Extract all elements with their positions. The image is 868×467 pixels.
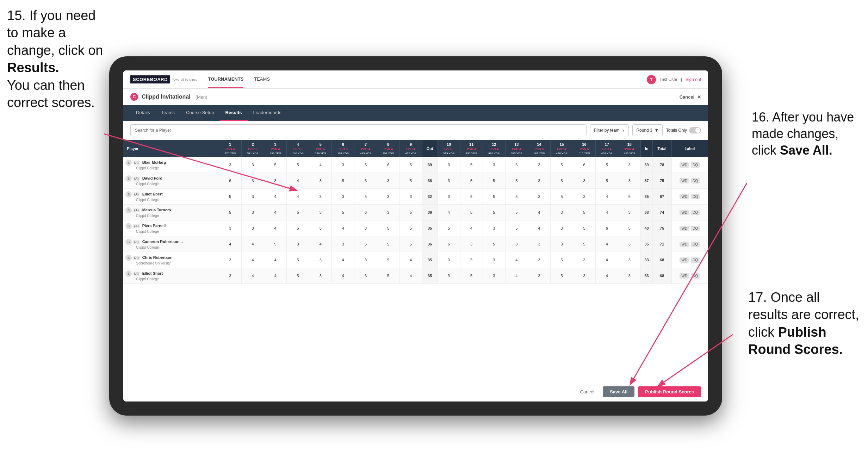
score-18[interactable]: 6 [618, 189, 641, 205]
score-6[interactable]: 4 [332, 268, 354, 284]
score-6[interactable]: 4 [332, 252, 354, 268]
score-3[interactable]: 4 [264, 189, 287, 205]
score-12[interactable]: 5 [483, 205, 505, 220]
score-17[interactable]: 5 [596, 173, 618, 189]
score-1[interactable]: 6 [219, 173, 241, 189]
wd-button[interactable]: WD [680, 242, 689, 247]
score-5[interactable]: 5 [309, 220, 332, 236]
score-3[interactable]: 5 [264, 157, 287, 173]
score-9[interactable]: 5 [399, 205, 422, 220]
tab-teams[interactable]: Teams [156, 105, 180, 121]
score-11[interactable]: 5 [460, 189, 483, 205]
score-14[interactable]: 3 [528, 252, 550, 268]
score-16[interactable]: 5 [573, 236, 596, 252]
score-7[interactable]: 6 [354, 205, 377, 220]
player-score-icon[interactable]: S [125, 191, 132, 198]
score-1[interactable]: 5 [219, 205, 241, 220]
score-8[interactable]: 3 [377, 173, 399, 189]
score-8[interactable]: 6 [377, 157, 399, 173]
score-3[interactable]: 3 [264, 173, 287, 189]
score-7[interactable]: 3 [354, 252, 377, 268]
score-14[interactable]: 3 [528, 236, 550, 252]
sign-out-link[interactable]: Sign out [686, 77, 701, 82]
score-8[interactable]: 3 [377, 189, 399, 205]
score-15[interactable]: 5 [550, 173, 573, 189]
score-1[interactable]: 3 [219, 220, 241, 236]
score-18[interactable]: 3 [618, 205, 641, 220]
score-12[interactable]: 3 [483, 157, 505, 173]
score-4[interactable]: 5 [287, 205, 309, 220]
score-7[interactable]: 3 [354, 268, 377, 284]
player-score-icon[interactable]: S [125, 239, 132, 245]
wd-button[interactable]: WD [680, 194, 689, 199]
score-11[interactable]: 5 [460, 173, 483, 189]
score-15[interactable]: 5 [550, 157, 573, 173]
score-4[interactable]: 4 [287, 189, 309, 205]
score-3[interactable]: 4 [264, 205, 287, 220]
dq-button[interactable]: DQ [691, 273, 700, 279]
score-17[interactable]: 4 [596, 189, 618, 205]
score-4[interactable]: 5 [287, 220, 309, 236]
wd-button[interactable]: WD [680, 210, 689, 215]
score-2[interactable]: 4 [241, 252, 264, 268]
score-2[interactable]: 3 [241, 189, 264, 205]
score-11[interactable]: 3 [460, 236, 483, 252]
score-2[interactable]: 4 [241, 236, 264, 252]
cancel-button[interactable]: Cancel [575, 386, 599, 397]
wd-button[interactable]: WD [680, 226, 689, 231]
score-9[interactable]: 5 [399, 220, 422, 236]
player-score-icon[interactable]: S [125, 223, 132, 229]
score-2[interactable]: 3 [241, 173, 264, 189]
score-12[interactable]: 3 [483, 252, 505, 268]
score-14[interactable]: 3 [528, 173, 550, 189]
dq-button[interactable]: DQ [691, 226, 700, 231]
dq-button[interactable]: DQ [691, 257, 700, 263]
dq-button[interactable]: DQ [691, 178, 700, 183]
score-9[interactable]: 3 [399, 189, 422, 205]
score-6[interactable]: 5 [332, 173, 354, 189]
score-12[interactable]: 3 [483, 268, 505, 284]
nav-teams[interactable]: TEAMS [254, 71, 270, 88]
score-6[interactable]: 3 [332, 236, 354, 252]
score-11[interactable]: 5 [460, 205, 483, 220]
score-5[interactable]: 3 [309, 173, 332, 189]
score-14[interactable]: 3 [528, 157, 550, 173]
wd-button[interactable]: WD [680, 273, 689, 279]
score-11[interactable]: 4 [460, 220, 483, 236]
score-6[interactable]: 3 [332, 157, 354, 173]
score-10[interactable]: 5 [438, 220, 460, 236]
score-7[interactable]: 6 [354, 173, 377, 189]
score-8[interactable]: 5 [377, 268, 399, 284]
score-15[interactable]: 3 [550, 220, 573, 236]
score-13[interactable]: 5 [505, 220, 528, 236]
score-7[interactable]: 5 [354, 189, 377, 205]
toggle-switch[interactable] [689, 127, 701, 133]
score-17[interactable]: 5 [596, 157, 618, 173]
publish-button[interactable]: Publish Round Scores [638, 386, 701, 397]
score-1[interactable]: 3 [219, 252, 241, 268]
score-16[interactable]: 3 [573, 173, 596, 189]
score-11[interactable]: 5 [460, 157, 483, 173]
score-12[interactable]: 3 [483, 220, 505, 236]
score-10[interactable]: 4 [438, 205, 460, 220]
player-score-icon[interactable]: S [125, 160, 132, 166]
score-10[interactable]: 3 [438, 252, 460, 268]
score-3[interactable]: 4 [264, 252, 287, 268]
score-18[interactable]: 3 [618, 157, 641, 173]
score-8[interactable]: 5 [377, 236, 399, 252]
score-5[interactable]: 3 [309, 252, 332, 268]
tab-leaderboards[interactable]: Leaderboards [248, 105, 287, 121]
score-3[interactable]: 5 [264, 236, 287, 252]
score-4[interactable]: 5 [287, 252, 309, 268]
score-16[interactable]: 3 [573, 189, 596, 205]
score-2[interactable]: 3 [241, 157, 264, 173]
score-18[interactable]: 3 [618, 173, 641, 189]
score-15[interactable]: 5 [550, 189, 573, 205]
score-13[interactable]: 3 [505, 236, 528, 252]
score-13[interactable]: 5 [505, 205, 528, 220]
score-15[interactable]: 3 [550, 236, 573, 252]
player-score-icon[interactable]: S [125, 207, 132, 213]
player-score-icon[interactable]: S [125, 255, 132, 261]
score-17[interactable]: 6 [596, 220, 618, 236]
score-5[interactable]: 3 [309, 268, 332, 284]
